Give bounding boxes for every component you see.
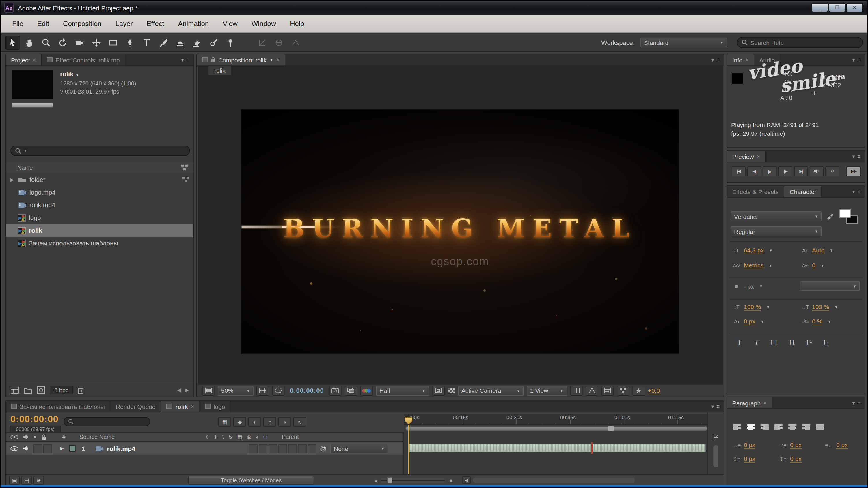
justify-all-button[interactable] [816, 424, 824, 430]
tab-logo-timeline[interactable]: logo [200, 401, 231, 412]
restore-button[interactable]: ❐ [829, 3, 845, 12]
tab-character[interactable]: Character [784, 186, 822, 197]
subscript-button[interactable]: T₁ [819, 338, 832, 346]
space-before-control[interactable]: ↥≡0 px [732, 455, 776, 463]
fx-switch-icon[interactable]: fx [228, 434, 232, 440]
align-right-button[interactable] [761, 424, 769, 430]
tab-preview[interactable]: Preview× [727, 151, 766, 162]
panel-menu-icon[interactable]: ▾ ≡ [849, 57, 865, 63]
trash-icon[interactable] [78, 386, 85, 394]
time-navigator[interactable] [404, 425, 709, 432]
play-button[interactable]: ▶ [763, 166, 777, 176]
pan-behind-tool-icon[interactable] [89, 35, 104, 50]
close-icon[interactable]: × [757, 153, 760, 159]
zoom-out-mountain-icon[interactable]: ▲ [374, 479, 378, 482]
magnification-dropdown[interactable]: 50%▼ [218, 386, 253, 395]
mask-visibility-icon[interactable] [272, 386, 285, 395]
parent-column-header[interactable]: Parent [282, 434, 299, 440]
justify-last-left-button[interactable] [774, 424, 782, 430]
type-tool-icon[interactable] [139, 35, 154, 50]
chevron-down-icon[interactable]: ▼ [825, 319, 831, 324]
eyedropper-icon[interactable] [827, 213, 835, 221]
project-row-folder[interactable]: ▶ folder [6, 173, 193, 186]
fast-previews-icon[interactable] [586, 386, 598, 395]
twirl-icon[interactable]: ▶ [9, 177, 15, 182]
parent-pickwhip-icon[interactable]: @ [320, 445, 326, 452]
fill-color-swatch[interactable] [839, 209, 851, 218]
font-family-dropdown[interactable]: Verdana▼ [731, 211, 822, 221]
expand-inout-icon[interactable]: ⊕ [33, 476, 44, 485]
menu-edit[interactable]: Edit [30, 17, 56, 31]
source-name-column-header[interactable]: Source Name [80, 434, 115, 440]
rotation-tool-icon[interactable] [56, 35, 70, 50]
expand-layer-switches-icon[interactable]: ▣ [9, 476, 20, 485]
comp-marker-bin-icon[interactable] [713, 434, 719, 440]
justify-last-right-button[interactable] [802, 424, 810, 430]
workspace-dropdown[interactable]: Standard▼ [641, 37, 727, 48]
adjustment-switch-icon[interactable]: ◐ [256, 434, 259, 440]
last-frame-button[interactable]: ▶| [794, 166, 808, 176]
composition-view-tab[interactable]: rolik [208, 66, 232, 75]
indent-left-control[interactable]: →≡0 px [732, 441, 776, 449]
project-search-input[interactable] [30, 147, 185, 154]
chevron-down-icon[interactable]: ▼ [832, 305, 838, 309]
chevron-down-icon[interactable]: ▼ [827, 248, 833, 252]
chevron-down-icon[interactable]: ▼ [818, 263, 825, 267]
timeline-button-icon[interactable] [601, 386, 614, 395]
panel-menu-icon[interactable]: ▾ ≡ [708, 57, 724, 63]
menu-composition[interactable]: Composition [56, 17, 108, 31]
shy-switch-icon[interactable]: ◊ [206, 434, 209, 440]
tab-project[interactable]: Project× [6, 54, 41, 65]
zoom-in-mountain-icon[interactable]: ▲ [448, 477, 454, 483]
close-icon[interactable]: × [276, 57, 280, 63]
panel-menu-icon[interactable]: ▾ ≡ [849, 188, 865, 194]
timeline-search-input[interactable] [76, 418, 146, 425]
brush-tool-icon[interactable] [156, 35, 171, 50]
tracking-control[interactable]: AV 0▼ [800, 261, 862, 270]
pixel-aspect-icon[interactable] [570, 386, 583, 395]
tsume-control[interactable]: ⊿% 0 %▼ [800, 316, 862, 326]
clone-stamp-tool-icon[interactable] [173, 35, 188, 50]
kerning-control[interactable]: A/V Metrics▼ [732, 261, 794, 270]
faux-bold-button[interactable]: T [733, 338, 746, 346]
camera-view-dropdown[interactable]: Active Camera▼ [458, 386, 524, 395]
horizontal-scale-control[interactable]: ↔T 100 %▼ [800, 302, 862, 312]
menu-window[interactable]: Window [245, 17, 283, 31]
font-style-dropdown[interactable]: Regular▼ [731, 226, 822, 236]
puppet-pin-tool-icon[interactable] [223, 35, 238, 50]
unified-camera-tool-icon[interactable] [72, 35, 87, 50]
bit-depth-button[interactable]: 8 bpc [50, 386, 73, 394]
previous-frame-button[interactable]: ◀| [747, 166, 761, 176]
loop-toggle-icon[interactable]: ↻ [825, 166, 839, 176]
layer-source-name[interactable]: rolik.mp4 [107, 445, 135, 452]
layer-duration-bar[interactable] [409, 444, 706, 452]
index-column-header[interactable]: # [62, 434, 66, 440]
stroke-style-dropdown[interactable]: ▼ [800, 281, 860, 291]
align-left-button[interactable] [733, 424, 741, 430]
menu-file[interactable]: File [5, 17, 30, 31]
new-composition-icon[interactable] [37, 386, 45, 394]
video-column-eye-icon[interactable] [10, 434, 19, 439]
composition-viewport[interactable]: BURNING METAL cgsop.com [241, 109, 679, 354]
track-area[interactable] [403, 432, 708, 474]
always-preview-icon[interactable] [202, 386, 215, 395]
scroll-left-icon[interactable]: ◀ [462, 477, 471, 484]
draft-3d-icon[interactable]: ◆ [233, 417, 246, 427]
panel-menu-icon[interactable]: ▾ ≡ [849, 400, 865, 406]
tab-render-queue[interactable]: Render Queue [111, 401, 161, 412]
audio-column-icon[interactable] [23, 434, 29, 439]
first-line-indent-control[interactable]: ⇒≡0 px [778, 441, 822, 449]
time-ruler[interactable]: 0:00s 00:15s 00:30s 00:45s 01:00s 01:15s [404, 414, 709, 425]
fill-stroke-swatches[interactable] [839, 209, 860, 226]
tab-composition-rolik[interactable]: Composition: rolik ▼ × [197, 54, 285, 65]
panel-menu-icon[interactable]: ▾ ≡ [178, 57, 193, 63]
chevron-down-icon[interactable]: ▼ [756, 284, 763, 288]
frame-blend-switch-icon[interactable]: ▦ [237, 434, 242, 440]
navigator-handle[interactable] [608, 426, 615, 431]
close-button[interactable]: ✕ [846, 3, 863, 12]
comp-mini-flowchart-icon[interactable]: ▦ [218, 417, 231, 427]
rectangle-tool-icon[interactable] [106, 35, 121, 50]
exposure-reset-icon[interactable] [632, 386, 645, 395]
close-icon[interactable]: × [745, 57, 748, 63]
project-row-composition[interactable]: Зачем использовать шаблоны [6, 237, 193, 249]
